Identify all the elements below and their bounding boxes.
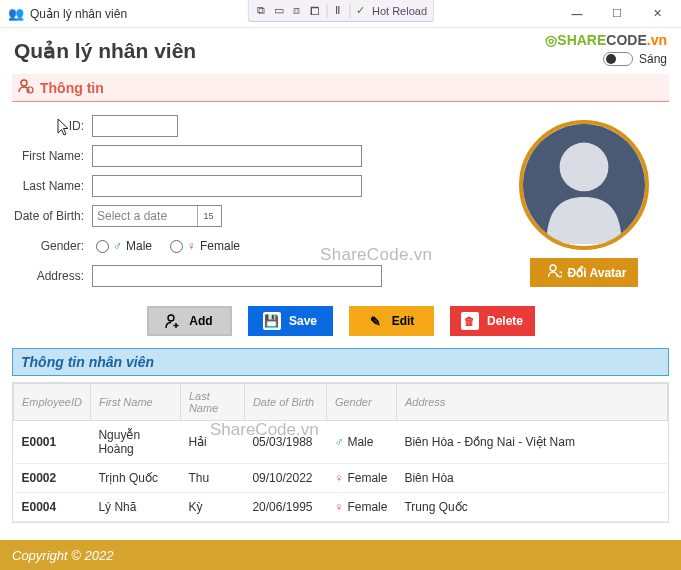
edit-button[interactable]: ✎ Edit bbox=[349, 306, 434, 336]
save-disk-icon: 💾 bbox=[263, 312, 281, 330]
window-controls: — ☐ ✕ bbox=[557, 0, 677, 28]
calendar-icon[interactable]: 15 bbox=[197, 206, 219, 226]
app-icon: 👥 bbox=[8, 6, 24, 21]
theme-toggle[interactable]: Sáng bbox=[603, 52, 667, 66]
trash-icon: 🗑 bbox=[461, 312, 479, 330]
cell-address: Trung Quốc bbox=[396, 493, 667, 522]
label-dob: Date of Birth: bbox=[12, 209, 92, 223]
label-address: Address: bbox=[12, 269, 92, 283]
add-person-icon bbox=[165, 313, 181, 329]
gender-icon: ♀ bbox=[334, 500, 343, 514]
footer-copyright: Copyright © 2022 bbox=[12, 548, 113, 563]
cell-last-name: Kỳ bbox=[180, 493, 244, 522]
dob-placeholder: Select a date bbox=[97, 209, 167, 223]
live-visual-tree-icon[interactable]: ⧉ bbox=[254, 4, 268, 17]
col-first-name[interactable]: First Name bbox=[90, 384, 180, 421]
svg-point-4 bbox=[550, 265, 556, 271]
footer-bar: Copyright © 2022 bbox=[0, 540, 681, 570]
hot-reload-icon[interactable]: ✓ bbox=[354, 4, 368, 17]
svg-point-5 bbox=[168, 315, 174, 321]
table-row[interactable]: E0004Lý NhãKỳ20/06/1995♀ FemaleTrung Quố… bbox=[14, 493, 668, 522]
cell-first-name: Nguyễn Hoàng bbox=[90, 421, 180, 464]
avatar-change-icon bbox=[548, 264, 562, 281]
watermark-text: ShareCode.vn bbox=[210, 420, 319, 440]
input-last-name[interactable] bbox=[92, 175, 362, 197]
input-address[interactable] bbox=[92, 265, 382, 287]
pencil-icon: ✎ bbox=[368, 313, 384, 329]
label-gender: Gender: bbox=[12, 239, 92, 253]
theme-label: Sáng bbox=[639, 52, 667, 66]
col-dob[interactable]: Date of Birth bbox=[244, 384, 326, 421]
female-icon: ♀ bbox=[187, 239, 196, 253]
svg-point-0 bbox=[21, 80, 27, 86]
svg-point-3 bbox=[560, 143, 609, 192]
cell-dob: 09/10/2022 bbox=[244, 464, 326, 493]
page-title: Quản lý nhân viên bbox=[14, 39, 196, 63]
maximize-button[interactable]: ☐ bbox=[597, 0, 637, 28]
debug-toolbar: ⧉ ▭ ⧈ ⧠ Ⅱ ✓ Hot Reload bbox=[247, 0, 434, 22]
section-header-info: Thông tin bbox=[12, 74, 669, 102]
input-first-name[interactable] bbox=[92, 145, 362, 167]
cell-first-name: Trịnh Quốc bbox=[90, 464, 180, 493]
cell-employee-id: E0004 bbox=[14, 493, 91, 522]
col-last-name[interactable]: Last Name bbox=[180, 384, 244, 421]
cell-last-name: Thu bbox=[180, 464, 244, 493]
svg-point-1 bbox=[27, 87, 33, 93]
cell-employee-id: E0002 bbox=[14, 464, 91, 493]
label-id: ID: bbox=[12, 119, 92, 133]
hot-reload-label: Hot Reload bbox=[372, 5, 427, 17]
window-title: Quản lý nhân viên bbox=[30, 7, 127, 21]
label-first-name: First Name: bbox=[12, 149, 92, 163]
grid-section-header: Thông tin nhân viên bbox=[12, 348, 669, 376]
cell-gender: ♀ Female bbox=[326, 464, 396, 493]
close-button[interactable]: ✕ bbox=[637, 0, 677, 28]
select-element-icon[interactable]: ▭ bbox=[272, 4, 286, 17]
cell-gender: ♀ Female bbox=[326, 493, 396, 522]
col-address[interactable]: Address bbox=[396, 384, 667, 421]
avatar bbox=[519, 120, 649, 250]
cell-address: Biên Hòa bbox=[396, 464, 667, 493]
cursor-icon bbox=[56, 118, 70, 139]
label-last-name: Last Name: bbox=[12, 179, 92, 193]
input-id[interactable] bbox=[92, 115, 178, 137]
radio-female[interactable]: ♀ Female bbox=[170, 239, 240, 253]
table-row[interactable]: E0001Nguyễn HoàngHải05/03/1988♂ MaleBiên… bbox=[14, 421, 668, 464]
watermark-text: ShareCode.vn bbox=[320, 245, 432, 265]
input-dob[interactable]: Select a date 15 bbox=[92, 205, 222, 227]
table-row[interactable]: E0002Trịnh QuốcThu09/10/2022♀ FemaleBiên… bbox=[14, 464, 668, 493]
cell-first-name: Lý Nhã bbox=[90, 493, 180, 522]
minimize-button[interactable]: — bbox=[557, 0, 597, 28]
cell-dob: 20/06/1995 bbox=[244, 493, 326, 522]
person-info-icon bbox=[18, 78, 34, 97]
cell-employee-id: E0001 bbox=[14, 421, 91, 464]
employee-table: EmployeeID First Name Last Name Date of … bbox=[13, 383, 668, 522]
col-gender[interactable]: Gender bbox=[326, 384, 396, 421]
delete-button[interactable]: 🗑 Delete bbox=[450, 306, 535, 336]
male-icon: ♂ bbox=[113, 239, 122, 253]
sharecode-logo: ◎SHARECODE.vn bbox=[545, 32, 667, 48]
display-layout-icon[interactable]: ⧈ bbox=[290, 4, 304, 17]
radio-male[interactable]: ♂ Male bbox=[96, 239, 152, 253]
save-button[interactable]: 💾 Save bbox=[248, 306, 333, 336]
pause-icon[interactable]: Ⅱ bbox=[331, 4, 345, 17]
track-focus-icon[interactable]: ⧠ bbox=[308, 5, 322, 17]
change-avatar-button[interactable]: Đổi Avatar bbox=[530, 258, 639, 287]
cell-gender: ♂ Male bbox=[326, 421, 396, 464]
add-button[interactable]: Add bbox=[147, 306, 232, 336]
cell-address: Biên Hòa - Đồng Nai - Việt Nam bbox=[396, 421, 667, 464]
gender-icon: ♀ bbox=[334, 471, 343, 485]
gender-icon: ♂ bbox=[334, 435, 343, 449]
col-employee-id[interactable]: EmployeeID bbox=[14, 384, 91, 421]
